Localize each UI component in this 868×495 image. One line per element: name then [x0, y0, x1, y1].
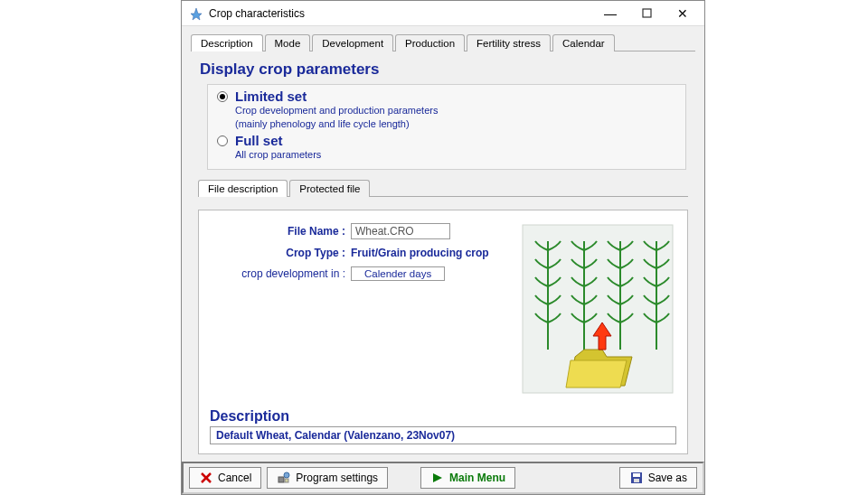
save-as-button[interactable]: Save as — [619, 467, 697, 489]
tab-mode[interactable]: Mode — [265, 34, 311, 51]
window: Crop characteristics — ✕ Description Mod… — [181, 0, 705, 495]
app-icon — [189, 6, 203, 21]
maximize-icon — [642, 8, 652, 18]
crop-illustration — [521, 223, 675, 395]
bottom-toolbar: Cancel Program settings Main Menu Save a… — [182, 462, 704, 494]
croptype-value: Fruit/Grain producing crop — [351, 247, 489, 259]
main-tabs: Description Mode Development Production … — [191, 33, 695, 51]
svg-point-11 — [284, 472, 289, 478]
file-description-panel: File Name : Crop Type : Fruit/Grain prod… — [198, 210, 688, 454]
cancel-label: Cancel — [218, 472, 251, 484]
display-options-group: Limited set Crop development and product… — [207, 84, 686, 170]
tab-production[interactable]: Production — [395, 34, 465, 51]
settings-icon — [277, 471, 291, 485]
svg-rect-16 — [634, 479, 639, 482]
form-fields: File Name : Crop Type : Fruit/Grain prod… — [210, 223, 518, 395]
description-text: Default Wheat, Calendar (Valenzano, 23No… — [210, 426, 676, 444]
radio-full-desc1: All crop parameters — [235, 148, 321, 162]
tab-calendar[interactable]: Calendar — [552, 34, 615, 51]
radio-indicator — [217, 135, 228, 146]
svg-rect-10 — [278, 477, 284, 482]
radio-full-label: Full set — [235, 133, 321, 148]
cropdev-label: crop development in : — [210, 267, 345, 280]
maximize-button[interactable] — [628, 2, 665, 25]
filename-label: File Name : — [210, 225, 345, 238]
cancel-icon — [199, 471, 213, 485]
minimize-button[interactable]: — — [592, 2, 628, 25]
main-menu-button[interactable]: Main Menu — [420, 467, 515, 489]
cancel-button[interactable]: Cancel — [189, 467, 261, 489]
radio-limited-label: Limited set — [235, 89, 438, 104]
svg-marker-13 — [433, 473, 442, 482]
save-as-label: Save as — [648, 472, 687, 484]
svg-rect-15 — [633, 473, 640, 477]
program-settings-button[interactable]: Program settings — [267, 467, 388, 489]
radio-limited-set[interactable]: Limited set Crop development and product… — [217, 89, 676, 131]
subtab-file-description[interactable]: File description — [198, 180, 288, 197]
page-heading: Display crop parameters — [200, 61, 692, 79]
tab-development[interactable]: Development — [312, 34, 393, 51]
content-area: Description Mode Development Production … — [182, 26, 704, 462]
program-settings-label: Program settings — [296, 472, 378, 484]
description-heading: Description — [210, 408, 676, 425]
subtab-protected-file[interactable]: Protected file — [289, 180, 370, 197]
svg-rect-12 — [285, 479, 288, 482]
tab-fertility-stress[interactable]: Fertility stress — [467, 34, 551, 51]
radio-full-set[interactable]: Full set All crop parameters — [217, 133, 676, 162]
window-title: Crop characteristics — [209, 7, 592, 20]
tab-description[interactable]: Description — [191, 34, 263, 51]
sub-tabs: File description Protected file — [198, 179, 688, 197]
croptype-label: Crop Type : — [210, 247, 345, 259]
titlebar: Crop characteristics — ✕ — [182, 1, 704, 26]
svg-marker-0 — [191, 8, 202, 20]
main-menu-icon — [430, 471, 445, 485]
save-icon — [629, 471, 644, 485]
filename-input[interactable] — [351, 223, 450, 239]
svg-rect-1 — [643, 9, 651, 17]
radio-limited-desc1: Crop development and production paramete… — [235, 104, 438, 117]
main-menu-label: Main Menu — [449, 472, 505, 484]
calendar-days-button[interactable]: Calender days — [351, 266, 445, 281]
radio-limited-desc2: (mainly phenology and life cycle length) — [235, 117, 438, 131]
illustration-area — [518, 223, 676, 395]
close-button[interactable]: ✕ — [665, 2, 701, 25]
window-controls: — ✕ — [592, 2, 701, 25]
radio-indicator — [217, 91, 228, 102]
